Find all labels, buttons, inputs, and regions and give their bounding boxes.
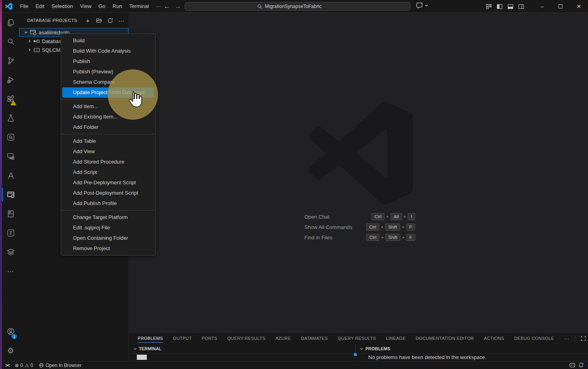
- menu-item-remove-project[interactable]: Remove Project: [62, 243, 154, 254]
- remote-indicator[interactable]: ><: [2, 361, 12, 369]
- extensions-icon[interactable]: [2, 89, 19, 109]
- layers-icon[interactable]: [2, 243, 19, 262]
- menu-item-build[interactable]: Build: [62, 36, 154, 46]
- explorer-icon[interactable]: [2, 13, 19, 32]
- minimize-button[interactable]: –: [533, 0, 551, 13]
- toggle-panel-icon[interactable]: [507, 4, 513, 10]
- refresh-button[interactable]: [106, 16, 114, 24]
- menu-item-open-containing-folder[interactable]: Open Containing Folder: [62, 233, 154, 243]
- remote-explorer-icon[interactable]: [2, 147, 19, 166]
- notebook-icon[interactable]: [2, 204, 19, 223]
- menu-item-publish[interactable]: Publish: [62, 56, 154, 67]
- search-view-icon[interactable]: [2, 32, 19, 51]
- source-control-icon[interactable]: [2, 51, 19, 70]
- key-shift: Shift: [385, 234, 401, 241]
- problems-title[interactable]: PROBLEMS: [365, 346, 390, 351]
- menu-item-edit-sqlproj[interactable]: Edit .sqlproj File: [62, 223, 154, 233]
- shortcut-row: Open Chat Ctrl + Alt + I: [304, 211, 415, 222]
- titlebar: File Edit Selection View Go Run Terminal…: [2, 0, 588, 13]
- menu-run[interactable]: Run: [109, 0, 126, 13]
- settings-gear-icon[interactable]: ⚙: [2, 341, 19, 360]
- menu-item-add-post-deployment-script[interactable]: Add Post-Deployment Script: [62, 188, 154, 198]
- menu-item-add-script[interactable]: Add Script: [62, 167, 154, 178]
- database-projects-icon[interactable]: [2, 185, 19, 204]
- problems-status[interactable]: ⊗ 0 ⚠ 0: [12, 361, 36, 369]
- back-arrow-icon[interactable]: ←: [164, 3, 170, 10]
- notifications-bell-icon[interactable]: [578, 362, 584, 368]
- tab-output[interactable]: OUTPUT: [173, 333, 192, 344]
- menu-edit[interactable]: Edit: [32, 0, 48, 13]
- command-center-search[interactable]: [185, 2, 410, 11]
- terraform-icon[interactable]: [2, 223, 19, 243]
- shortcut-label: Open Chat: [304, 214, 330, 220]
- shortcut-row: Find in Files Ctrl + Shift + F: [304, 232, 415, 243]
- tab-query-results-2[interactable]: QUERY RESULTS: [338, 333, 376, 344]
- customize-layout-icon[interactable]: [486, 4, 492, 10]
- testing-icon[interactable]: [2, 109, 19, 128]
- open-in-browser-button[interactable]: Open In Browser: [36, 361, 84, 369]
- browser-preview-icon[interactable]: [569, 362, 576, 368]
- menu-more[interactable]: ···: [152, 0, 165, 13]
- vscode-watermark-logo: [309, 101, 413, 205]
- menu-item-add-folder[interactable]: Add Folder: [62, 122, 154, 132]
- chevron-down-icon[interactable]: [133, 347, 137, 351]
- search-input[interactable]: [265, 4, 338, 9]
- chevron-down-icon[interactable]: [359, 347, 364, 351]
- tree-item-label: Databas: [42, 38, 61, 44]
- menu-item-change-target-platform[interactable]: Change Target Platform: [62, 212, 154, 223]
- window-controls: – ✕: [486, 0, 588, 13]
- tab-query-results[interactable]: QUERY RESULTS: [227, 333, 266, 344]
- key-ctrl: Ctrl: [366, 223, 379, 231]
- problems-message: No problems have been detected in the wo…: [368, 354, 486, 360]
- more-views-icon[interactable]: ⋯: [2, 262, 19, 281]
- menu-file[interactable]: File: [16, 0, 32, 13]
- run-debug-icon[interactable]: [2, 70, 19, 89]
- problems-content: No problems have been detected in the wo…: [355, 353, 588, 361]
- key-ctrl: Ctrl: [366, 234, 379, 241]
- toggle-sidebar-icon[interactable]: [497, 4, 503, 10]
- menu-go[interactable]: Go: [95, 0, 109, 13]
- terminal-content[interactable]: [129, 353, 355, 361]
- plus-sign: +: [386, 214, 389, 219]
- toggle-secondary-sidebar-icon[interactable]: [518, 4, 524, 10]
- panel-more-actions-icon[interactable]: ···: [564, 335, 569, 341]
- history-nav: ← →: [164, 0, 181, 13]
- menu-terminal[interactable]: Terminal: [126, 0, 152, 13]
- tab-ports[interactable]: PORTS: [202, 333, 217, 344]
- bottom-panel: PROBLEMS OUTPUT PORTS QUERY RESULTS AZUR…: [129, 332, 588, 361]
- menu-item-build-code-analysis[interactable]: Build With Code Analysis: [62, 46, 154, 56]
- copilot-menu[interactable]: [416, 2, 428, 9]
- tab-problems[interactable]: PROBLEMS: [138, 333, 163, 344]
- ai-tools-icon[interactable]: [2, 128, 19, 147]
- menu-view[interactable]: View: [77, 0, 95, 13]
- maximize-panel-icon[interactable]: [581, 336, 586, 341]
- tab-azure[interactable]: AZURE: [275, 333, 291, 344]
- variables-icon: [34, 47, 40, 53]
- menu-item-add-table[interactable]: Add Table: [62, 136, 154, 146]
- menu-selection[interactable]: Selection: [48, 0, 76, 13]
- error-count: 0: [20, 363, 23, 368]
- tab-datamates[interactable]: DATAMATES: [301, 333, 328, 344]
- new-project-button[interactable]: +: [84, 16, 92, 24]
- terminal-title[interactable]: TERMINAL: [139, 346, 162, 351]
- azure-icon[interactable]: [2, 166, 19, 185]
- sidebar-more-actions[interactable]: ···: [117, 16, 125, 24]
- menu-item-add-publish-profile[interactable]: Add Publish Profile: [62, 198, 154, 209]
- maximize-button[interactable]: [551, 0, 570, 13]
- tab-actions[interactable]: ACTIONS: [484, 333, 504, 344]
- menu-item-add-stored-procedure[interactable]: Add Stored Procedure: [62, 157, 154, 167]
- tab-documentation-editor[interactable]: DOCUMENTATION EDITOR: [416, 333, 474, 344]
- hand-cursor-icon: [126, 90, 143, 109]
- open-in-browser-label: Open In Browser: [45, 363, 81, 368]
- tree-item-label: SQLCMI: [42, 47, 62, 53]
- menu-item-add-view[interactable]: Add View: [62, 146, 154, 157]
- forward-arrow-icon[interactable]: →: [175, 3, 181, 10]
- activity-bar: ⋯ 1 ⚙: [2, 13, 19, 361]
- accounts-icon[interactable]: 1: [2, 322, 19, 341]
- panel-tabs: PROBLEMS OUTPUT PORTS QUERY RESULTS AZUR…: [129, 333, 588, 344]
- open-folder-button[interactable]: [95, 16, 103, 24]
- tab-lineage[interactable]: LINEAGE: [386, 333, 406, 344]
- tab-debug-console[interactable]: DEBUG CONSOLE: [514, 333, 554, 344]
- close-button[interactable]: ✕: [570, 0, 588, 13]
- menu-item-add-pre-deployment-script[interactable]: Add Pre-Deployment Script: [62, 178, 154, 188]
